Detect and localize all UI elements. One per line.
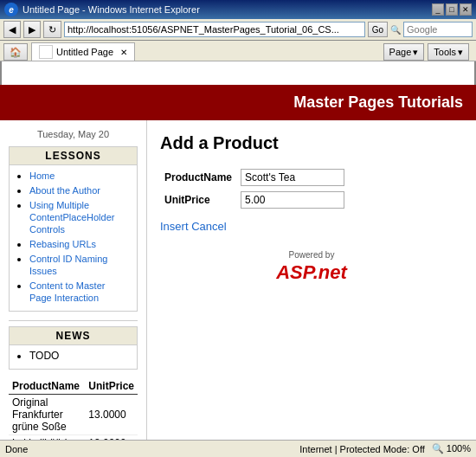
tab-label: Untitled Page: [56, 47, 113, 57]
sidebar-lessons-section: LESSONS Home About the Author Using Mult…: [9, 146, 138, 312]
sidebar-date: Tuesday, May 20: [9, 129, 138, 139]
unit-price-cell: 13.0000: [85, 395, 138, 435]
tab-bar: 🏠 Untitled Page ✕ Page ▾ Tools ▾: [0, 41, 476, 61]
forward-button[interactable]: ▶: [23, 21, 41, 38]
aspnet-logo: Powered by ASP.net: [160, 250, 463, 284]
status-left: Done: [5, 444, 28, 454]
cancel-link[interactable]: Cancel: [191, 220, 226, 233]
form-actions: Insert Cancel: [160, 220, 463, 233]
page-content: Master Pages Tutorials Tuesday, May 20 L…: [0, 85, 476, 440]
product-name-input[interactable]: [241, 169, 344, 186]
status-bar: Done Internet | Protected Mode: Off 🔍 10…: [0, 440, 476, 457]
tab-close-icon[interactable]: ✕: [120, 48, 127, 57]
status-zoom: 🔍 100%: [432, 443, 471, 454]
page-title: Add a Product: [160, 133, 463, 153]
unit-price-input[interactable]: [241, 191, 344, 209]
maximize-button[interactable]: □: [446, 3, 458, 16]
search-input[interactable]: [403, 22, 473, 37]
minimize-button[interactable]: _: [432, 3, 444, 16]
title-bar: e Untitled Page - Windows Internet Explo…: [0, 0, 476, 19]
col-product-name: ProductName: [9, 378, 85, 395]
sidebar-news-section: NEWS TODO: [9, 326, 138, 370]
insert-link[interactable]: Insert: [160, 220, 189, 233]
header-title: Master Pages Tutorials: [293, 93, 463, 111]
product-name-cell: Original Frankfurter grüne Soße: [9, 395, 85, 435]
sidebar-item-rebasing[interactable]: Rebasing URLs: [29, 239, 96, 249]
address-input[interactable]: [64, 22, 365, 37]
ie-icon: e: [4, 3, 18, 16]
powered-by-text: Powered by: [160, 250, 463, 260]
lessons-title: LESSONS: [10, 147, 137, 165]
home-button[interactable]: 🏠: [3, 43, 28, 61]
add-product-form: ProductName UnitPrice: [160, 166, 349, 211]
refresh-button[interactable]: ↻: [43, 21, 61, 38]
aspnet-text: ASP.net: [160, 261, 463, 284]
address-bar: ◀ ▶ ↻ Go 🔍: [0, 19, 476, 41]
favicon: [39, 45, 53, 59]
go-button[interactable]: Go: [368, 22, 388, 37]
close-button[interactable]: ✕: [460, 3, 472, 16]
sidebar-item-content-master[interactable]: Content to Master Page Interaction: [29, 280, 105, 303]
main-area: Add a Product ProductName UnitPrice: [147, 120, 476, 440]
sidebar-item-author[interactable]: About the Author: [29, 185, 100, 196]
asp-part: ASP: [276, 261, 312, 283]
news-title: NEWS: [10, 327, 137, 345]
col-unit-price: UnitPrice: [85, 378, 138, 395]
products-table: ProductName UnitPrice Original Frankfurt…: [9, 378, 138, 440]
sidebar-item-multiple-cp[interactable]: Using Multiple ContentPlaceHolder Contro…: [29, 200, 114, 235]
page-button[interactable]: Page ▾: [383, 43, 425, 61]
product-name-label: ProductName: [160, 166, 236, 189]
page-header: Master Pages Tutorials: [0, 85, 476, 120]
search-icon: 🔍: [390, 25, 401, 35]
unit-price-label: UnitPrice: [160, 189, 236, 211]
sidebar-item-home[interactable]: Home: [29, 171, 55, 181]
tab-untitled-page[interactable]: Untitled Page ✕: [31, 42, 135, 61]
table-row: Original Frankfurter grüne Soße 13.0000: [9, 395, 138, 435]
back-button[interactable]: ◀: [3, 21, 21, 38]
net-part: net: [318, 261, 347, 283]
status-protected-mode: Internet | Protected Mode: Off: [299, 444, 425, 454]
window-title: Untitled Page - Windows Internet Explore…: [23, 4, 200, 15]
sidebar-item-control-id[interactable]: Control ID Naming Issues: [29, 254, 107, 276]
news-item: TODO: [29, 350, 130, 362]
tools-button[interactable]: Tools ▾: [428, 43, 469, 61]
sidebar: Tuesday, May 20 LESSONS Home About the A…: [0, 120, 147, 440]
